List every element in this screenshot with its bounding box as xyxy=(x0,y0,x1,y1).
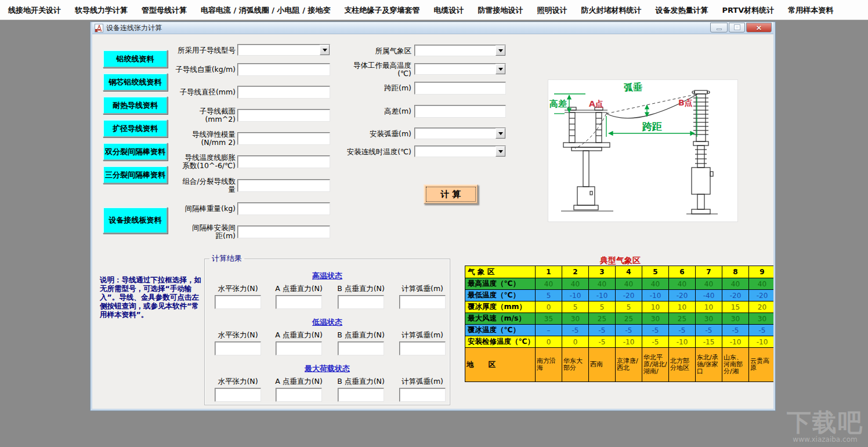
wx-cell-0-2: 40 xyxy=(589,278,615,289)
conductor-form-input-8[interactable] xyxy=(237,226,330,238)
conductor-form-input-5[interactable] xyxy=(237,155,330,168)
wx-cell-0-6: 40 xyxy=(696,278,722,289)
result-field-2-2[interactable] xyxy=(338,388,384,402)
maximize-button[interactable] xyxy=(729,23,745,32)
menu-item-6[interactable]: 防雷接地设计 xyxy=(471,0,530,20)
wx-cell-6-0: 南方沿海 xyxy=(536,348,562,381)
sidebar-button-1[interactable]: 钢芯铝绞线资料 xyxy=(103,73,168,91)
result-field-1-3[interactable] xyxy=(399,341,446,355)
conductor-form-input-7[interactable] xyxy=(237,202,330,215)
conductor-form-label-4: 导线弹性模量 (N/mm 2) xyxy=(175,130,236,147)
result-field-1-0[interactable] xyxy=(215,341,261,355)
sidebar-button-4[interactable]: 双分裂间隔棒资料 xyxy=(103,143,168,161)
wx-row-label-5: 安装检修温度（℃） xyxy=(465,336,535,347)
dropdown-arrow-icon[interactable] xyxy=(496,45,505,56)
sidebar-button-2[interactable]: 耐热导线资料 xyxy=(103,96,168,114)
wx-cell-0-7: 40 xyxy=(722,278,748,289)
menu-item-7[interactable]: 照明设计 xyxy=(530,0,574,20)
wx-header-cell-9: 9 xyxy=(749,266,773,278)
wx-cell-3-2: 25 xyxy=(589,313,615,324)
window-controls: × xyxy=(710,23,772,32)
minimize-button[interactable] xyxy=(710,23,728,32)
wx-cell-2-8: 20 xyxy=(749,301,773,312)
condition-form-label-5: 安装连线时温度(℃) xyxy=(335,143,411,161)
window-titlebar[interactable]: 设备连线张力计算 × xyxy=(92,22,773,34)
wx-row-label-3: 最大风速（m/s） xyxy=(465,313,535,324)
menu-item-0[interactable]: 线接地开关设计 xyxy=(1,0,68,20)
condition-form-select-1[interactable] xyxy=(414,63,506,75)
result-section-title-1: 低温状态 xyxy=(205,317,450,328)
result-field-0-0[interactable] xyxy=(215,295,261,309)
wx-cell-4-8: -5 xyxy=(749,325,773,336)
wx-cell-5-0: 0 xyxy=(536,336,562,347)
wx-cell-6-2: 西南 xyxy=(589,348,615,381)
results-group-title: 计算结果 xyxy=(209,253,244,264)
condition-form-select-5[interactable] xyxy=(414,146,506,157)
result-field-0-1[interactable] xyxy=(276,295,322,309)
sidebar-button-0[interactable]: 铝绞线资料 xyxy=(103,50,168,68)
conductor-form-input-6[interactable] xyxy=(237,179,330,192)
conductor-form-input-1[interactable] xyxy=(237,63,330,76)
wx-cell-2-4: 10 xyxy=(642,301,668,312)
menu-item-2[interactable]: 管型母线计算 xyxy=(135,0,194,20)
conductor-form-label-8: 间隔棒安装间 距(m) xyxy=(175,223,236,241)
menu-item-4[interactable]: 支柱绝缘子及穿墙套管 xyxy=(337,0,426,20)
wx-cell-5-2: -5 xyxy=(589,336,615,347)
window-client-area: 设备接线板资料 计 算 xyxy=(92,34,773,409)
wx-cell-1-5: -20 xyxy=(669,290,695,301)
conductor-form-input-4[interactable] xyxy=(237,132,330,145)
wx-cell-0-5: 40 xyxy=(669,278,695,289)
result-field-1-2[interactable] xyxy=(338,341,384,355)
result-field-label-2-1: A 点垂直力(N) xyxy=(270,377,328,387)
conductor-form-label-5: 导线温度线膨胀 系数(10^-6/℃) xyxy=(175,153,236,170)
wx-cell-0-3: 40 xyxy=(616,278,642,289)
wx-cell-2-1: 5 xyxy=(562,301,588,312)
sag-label: 弧垂 xyxy=(624,82,642,93)
menu-item-1[interactable]: 软导线力学计算 xyxy=(68,0,135,20)
menu-item-3[interactable]: 电容电流 / 消弧线圈 / 小电阻 / 接地变 xyxy=(194,0,337,20)
sidebar-button-3[interactable]: 扩径导线资料 xyxy=(103,119,168,137)
wx-cell-6-7: 山东、河南部分/湘 xyxy=(722,348,748,381)
menu-item-10[interactable]: PRTV材料统计 xyxy=(715,0,781,20)
wx-cell-0-4: 40 xyxy=(642,278,668,289)
dropdown-arrow-icon[interactable] xyxy=(320,45,330,55)
condition-form-input-3[interactable] xyxy=(414,105,506,118)
result-field-1-1[interactable] xyxy=(276,341,322,355)
result-field-0-3[interactable] xyxy=(399,295,446,309)
result-field-label-0-1: A 点垂直力(N) xyxy=(270,284,328,294)
result-field-label-1-1: A 点垂直力(N) xyxy=(270,330,328,340)
wx-cell-6-8: 云贵高原 xyxy=(749,348,773,381)
dropdown-arrow-icon[interactable] xyxy=(496,146,505,157)
wx-cell-3-8: 30 xyxy=(749,313,773,324)
menu-item-9[interactable]: 设备发热量计算 xyxy=(648,0,715,20)
result-field-label-0-0: 水平张力(N) xyxy=(209,284,267,294)
condition-form-input-2[interactable] xyxy=(414,82,506,95)
result-field-2-3[interactable] xyxy=(399,388,446,402)
result-field-0-2[interactable] xyxy=(338,295,384,309)
wx-cell-5-7: -10 xyxy=(722,336,748,347)
wx-cell-0-8: 40 xyxy=(749,278,773,289)
equipment-terminal-data-button[interactable]: 设备接线板资料 xyxy=(103,207,168,234)
conductor-form-input-2[interactable] xyxy=(237,86,330,99)
conductor-form-label-7: 间隔棒重量(kg) xyxy=(175,200,236,217)
condition-form-select-0[interactable] xyxy=(414,45,506,56)
conductor-form-select-0[interactable] xyxy=(237,44,330,56)
wx-cell-0-0: 40 xyxy=(536,278,562,289)
window-title: 设备连线张力计算 xyxy=(106,23,162,33)
wx-cell-3-5: 25 xyxy=(669,313,695,324)
result-field-2-1[interactable] xyxy=(276,388,322,402)
menu-item-5[interactable]: 电缆设计 xyxy=(426,0,471,20)
condition-form-select-4[interactable] xyxy=(414,128,506,139)
sidebar-button-5[interactable]: 三分裂间隔棒资料 xyxy=(103,166,168,184)
menu-item-11[interactable]: 常用样本资料 xyxy=(781,0,840,20)
dropdown-arrow-icon[interactable] xyxy=(496,64,505,74)
calculate-button[interactable]: 计 算 xyxy=(424,184,478,204)
dropdown-arrow-icon[interactable] xyxy=(496,128,505,139)
result-field-label-1-3: 计算弧垂(m) xyxy=(393,330,451,340)
menu-item-8[interactable]: 防火封堵材料统计 xyxy=(574,0,648,20)
result-field-label-0-3: 计算弧垂(m) xyxy=(393,284,451,294)
result-field-label-2-3: 计算弧垂(m) xyxy=(393,377,451,387)
close-button[interactable]: × xyxy=(746,23,772,32)
result-field-2-0[interactable] xyxy=(215,388,261,402)
conductor-form-input-3[interactable] xyxy=(237,109,330,122)
